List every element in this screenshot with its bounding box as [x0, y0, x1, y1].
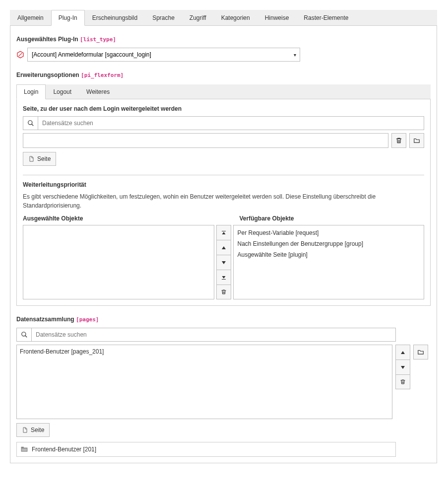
- redirect-search-row: [23, 116, 424, 130]
- svg-marker-10: [222, 276, 225, 279]
- svg-point-2: [28, 121, 32, 125]
- search-icon: [23, 116, 38, 130]
- available-objects-listbox[interactable]: Per Request-Variable [request] Nach Eins…: [233, 225, 425, 299]
- extension-options-text: Erweiterungsoptionen: [16, 72, 79, 78]
- priority-description: Es gibt verschiedene Möglichkeiten, um f…: [23, 192, 424, 210]
- tab-hinweise[interactable]: Hinweise: [257, 10, 297, 25]
- page-icon: [22, 427, 28, 433]
- subtab-weiteres[interactable]: Weiteres: [79, 84, 117, 99]
- page-icon: [28, 155, 34, 162]
- available-item[interactable]: Per Request-Variable [request]: [236, 227, 422, 238]
- svg-line-1: [19, 53, 22, 56]
- tab-kategorien[interactable]: Kategorien: [214, 10, 257, 25]
- svg-marker-9: [222, 261, 226, 264]
- extension-icon: [16, 51, 24, 59]
- record-folder-button[interactable]: [413, 345, 428, 360]
- flexform-subtabs: Login Logout Weiteres: [16, 84, 431, 99]
- tab-zugriff[interactable]: Zugriff: [182, 10, 214, 25]
- record-collection-text: Datensatzsammlung: [16, 316, 74, 323]
- record-reference-item[interactable]: Frontend-Benutzer [201]: [16, 442, 396, 457]
- records-page-button[interactable]: Seite: [16, 423, 50, 437]
- tab-raster[interactable]: Raster-Elemente: [296, 10, 356, 25]
- delete-button[interactable]: [391, 133, 406, 148]
- tab-sprache[interactable]: Sprache: [145, 10, 182, 25]
- redirect-page-label: Seite, zu der user nach dem Login weiter…: [23, 105, 424, 112]
- available-objects-label: Verfügbare Objekte: [240, 215, 425, 222]
- records-selected-listbox[interactable]: Frontend-Benutzer [pages_201]: [16, 345, 392, 419]
- move-top-button[interactable]: [216, 225, 231, 240]
- subtab-logout[interactable]: Logout: [46, 84, 79, 99]
- record-collection-hint: [pages]: [76, 316, 99, 323]
- redirect-search-input[interactable]: [38, 116, 424, 130]
- svg-rect-11: [222, 279, 226, 280]
- svg-marker-16: [401, 351, 405, 354]
- available-item[interactable]: Nach Einstellungen der Benutzergruppe [g…: [236, 238, 422, 249]
- search-icon: [16, 328, 31, 342]
- folder-button[interactable]: [409, 133, 424, 148]
- selected-objects-label: Ausgewählte Objekte: [23, 215, 208, 222]
- sysfolder-icon: [21, 446, 28, 452]
- subtab-login[interactable]: Login: [16, 84, 46, 99]
- redirect-selected-list[interactable]: [23, 133, 388, 148]
- main-tabs: Allgemein Plug-In Erscheinungsbild Sprac…: [10, 10, 437, 26]
- plugin-select-label-text: Ausgewähltes Plug-In: [16, 36, 78, 43]
- tab-erscheinungsbild[interactable]: Erscheinungsbild: [85, 10, 145, 25]
- records-page-button-label: Seite: [31, 427, 44, 433]
- tab-allgemein[interactable]: Allgemein: [10, 10, 51, 25]
- plugin-panel: Ausgewähltes Plug-In [list_type] [Accoun…: [10, 26, 437, 463]
- record-reference-label: Frontend-Benutzer [201]: [32, 446, 96, 453]
- svg-rect-21: [21, 447, 24, 448]
- record-move-up-button[interactable]: [395, 345, 410, 360]
- record-collection-label: Datensatzsammlung [pages]: [16, 316, 431, 323]
- page-browse-button[interactable]: Seite: [23, 152, 56, 166]
- svg-marker-17: [401, 366, 405, 369]
- extension-options-hint: [pi_flexform]: [81, 72, 124, 78]
- plugin-select[interactable]: [Account] Anmeldeformular [sgaccount_log…: [27, 48, 300, 62]
- svg-point-14: [21, 332, 25, 336]
- move-up-button[interactable]: [216, 240, 231, 255]
- svg-marker-7: [222, 232, 225, 234]
- move-down-button[interactable]: [216, 255, 231, 270]
- move-bottom-button[interactable]: [216, 270, 231, 285]
- records-search-input[interactable]: [31, 328, 396, 342]
- records-search-row: [16, 328, 396, 342]
- svg-marker-8: [222, 246, 226, 249]
- record-delete-button[interactable]: [395, 374, 410, 389]
- svg-rect-6: [222, 231, 226, 231]
- svg-line-15: [25, 336, 27, 338]
- page-button-label: Seite: [37, 155, 51, 162]
- svg-line-3: [31, 124, 33, 126]
- extension-options-label: Erweiterungsoptionen [pi_flexform]: [16, 72, 431, 78]
- record-move-down-button[interactable]: [395, 360, 410, 374]
- login-subpanel: Seite, zu der user nach dem Login weiter…: [16, 99, 431, 306]
- remove-selected-button[interactable]: [216, 285, 231, 299]
- available-item[interactable]: Ausgewählte Seite [plugin]: [236, 249, 422, 260]
- tab-plugin[interactable]: Plug-In: [51, 10, 85, 26]
- selected-objects-listbox[interactable]: [23, 225, 214, 299]
- plugin-select-label: Ausgewähltes Plug-In [list_type]: [16, 36, 431, 43]
- priority-label: Weiterleitungspriorität: [23, 181, 424, 188]
- plugin-select-hint: [list_type]: [80, 36, 116, 43]
- svg-rect-22: [22, 448, 27, 451]
- record-item[interactable]: Frontend-Benutzer [pages_201]: [20, 348, 389, 355]
